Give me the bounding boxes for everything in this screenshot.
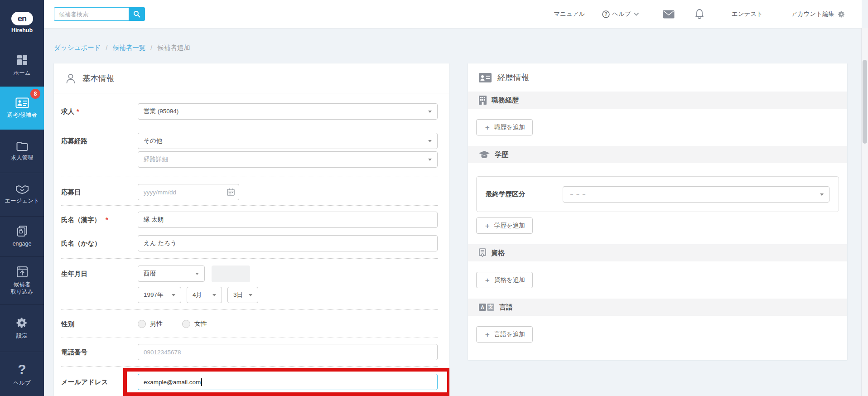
phone-label: 電話番号 bbox=[61, 348, 138, 357]
sidebar-item-candidates[interactable]: 8 選考/候補者 bbox=[0, 87, 44, 130]
divider bbox=[61, 177, 438, 177]
sidebar-item-label: engage bbox=[13, 240, 32, 247]
sidebar-item-home[interactable]: ホーム bbox=[0, 45, 44, 87]
phone-row: 電話番号 bbox=[61, 344, 438, 360]
add-qualification-button[interactable]: ＋ 資格を追加 bbox=[476, 272, 533, 288]
sidebar-item-label: 設定 bbox=[16, 332, 28, 339]
certificate-icon bbox=[479, 248, 486, 257]
name-kana-input[interactable] bbox=[138, 235, 438, 251]
divider bbox=[61, 309, 438, 310]
gender-label: 性別 bbox=[61, 320, 138, 328]
sidebar-item-jobs[interactable]: 求人管理 bbox=[0, 130, 44, 173]
add-language-button[interactable]: ＋ 言語を追加 bbox=[476, 326, 533, 343]
birth-month-select[interactable]: 4月 bbox=[187, 287, 222, 303]
basic-info-title: 基本情報 bbox=[82, 73, 114, 84]
sidebar-item-settings[interactable]: 設定 bbox=[0, 305, 44, 352]
documents-icon bbox=[17, 225, 28, 237]
add-education-button[interactable]: ＋ 学歴を追加 bbox=[476, 217, 533, 234]
building-icon bbox=[479, 96, 487, 105]
divider bbox=[61, 128, 438, 128]
help-circle-icon: ? bbox=[602, 10, 610, 18]
graduation-cap-icon bbox=[479, 151, 490, 159]
svg-text:?: ? bbox=[605, 12, 608, 17]
account-edit-label: アカウント編集 bbox=[791, 10, 834, 18]
envelope-icon bbox=[663, 10, 675, 19]
search-button[interactable] bbox=[129, 7, 145, 21]
required-mark: * bbox=[106, 216, 108, 223]
plus-icon: ＋ bbox=[484, 222, 491, 230]
gender-female-label[interactable]: 女性 bbox=[194, 320, 207, 328]
chevron-down-icon bbox=[633, 12, 639, 16]
translate-icon: A文 bbox=[479, 304, 494, 311]
add-work-history-button[interactable]: ＋ 職歴を追加 bbox=[476, 119, 533, 135]
sidebar-item-candidate-import[interactable]: 候補者取り込み bbox=[0, 257, 44, 305]
name-kanji-input[interactable] bbox=[138, 212, 438, 228]
name-kanji-row: 氏名（漢字）* bbox=[61, 212, 438, 228]
final-education-card: 最終学歴区分 －－－ bbox=[476, 176, 839, 212]
final-education-select[interactable]: －－－ bbox=[563, 186, 829, 203]
chevron-down-icon bbox=[428, 159, 432, 161]
id-card-icon bbox=[15, 97, 29, 108]
sidebar: en Hirehub ホーム 8 選考/候補者 求人管理 エージェント enga… bbox=[0, 0, 44, 396]
gear-icon bbox=[16, 317, 28, 329]
name-kana-label: 氏名（かな） bbox=[61, 239, 138, 248]
help-menu[interactable]: ? ヘルプ bbox=[602, 10, 639, 18]
calendar-icon[interactable] bbox=[227, 188, 235, 198]
account-edit-link[interactable]: アカウント編集 bbox=[791, 10, 845, 18]
sidebar-item-help[interactable]: ? ヘルプ bbox=[0, 352, 44, 396]
gender-row: 性別 男性 女性 bbox=[61, 317, 438, 331]
chevron-down-icon bbox=[249, 294, 252, 296]
qualification-section-header: 資格 bbox=[468, 244, 847, 261]
language-title: 言語 bbox=[499, 303, 513, 312]
question-icon: ? bbox=[18, 362, 26, 376]
chevron-down-icon bbox=[428, 111, 432, 113]
phone-input[interactable] bbox=[138, 344, 438, 360]
birth-year-select[interactable]: 1997年 bbox=[138, 287, 181, 303]
apply-date-label: 応募日 bbox=[61, 188, 138, 197]
divider bbox=[61, 205, 438, 206]
logo-name: Hirehub bbox=[11, 27, 33, 34]
education-title: 学歴 bbox=[495, 150, 508, 159]
birth-era-select[interactable]: 西暦 bbox=[138, 266, 205, 282]
birth-day-select[interactable]: 3日 bbox=[227, 287, 258, 303]
search-input[interactable] bbox=[54, 7, 129, 21]
gear-icon bbox=[838, 10, 845, 18]
mail-button[interactable] bbox=[663, 10, 675, 19]
notifications-button[interactable] bbox=[694, 9, 704, 19]
chevron-down-icon bbox=[172, 294, 175, 296]
manual-link[interactable]: マニュアル bbox=[554, 10, 585, 18]
bell-icon bbox=[694, 9, 704, 19]
career-info-card: 経歴情報 職務経歴 ＋ 職歴を追加 学歴 最終学歴区分 －－－ ＋ 学歴を追加 … bbox=[468, 63, 847, 360]
app-logo[interactable]: en Hirehub bbox=[0, 0, 44, 45]
vertical-scrollbar[interactable] bbox=[861, 28, 868, 396]
required-mark: * bbox=[77, 108, 79, 115]
divider bbox=[61, 258, 438, 259]
divider bbox=[61, 366, 438, 367]
gender-male-label[interactable]: 男性 bbox=[150, 320, 163, 328]
route-select[interactable]: その他 bbox=[138, 133, 438, 149]
education-section-header: 学歴 bbox=[468, 146, 847, 163]
birth-era-year-box bbox=[212, 266, 250, 282]
route-detail-select[interactable]: 経路詳細 bbox=[138, 151, 438, 168]
gender-female-radio[interactable] bbox=[182, 320, 190, 328]
gender-male-radio[interactable] bbox=[138, 320, 146, 328]
job-select[interactable]: 営業 (95094) bbox=[138, 103, 438, 120]
sidebar-item-engage[interactable]: engage bbox=[0, 217, 44, 257]
topbar: マニュアル ? ヘルプ エンテスト アカウント編集 bbox=[44, 0, 862, 29]
sidebar-item-agent[interactable]: エージェント bbox=[0, 173, 44, 217]
name-kanji-label: 氏名（漢字）* bbox=[61, 216, 138, 224]
career-info-title: 経歴情報 bbox=[497, 72, 529, 83]
breadcrumb-separator: / bbox=[106, 44, 108, 51]
job-label: 求人* bbox=[61, 107, 138, 116]
breadcrumb-candidate-list[interactable]: 候補者一覧 bbox=[113, 44, 146, 51]
email-input[interactable]: example@amail.com bbox=[138, 374, 438, 390]
final-education-label: 最終学歴区分 bbox=[486, 190, 563, 198]
apply-date-input[interactable] bbox=[138, 184, 239, 200]
name-kana-row: 氏名（かな） bbox=[61, 235, 438, 251]
folder-icon bbox=[16, 141, 28, 151]
account-name[interactable]: エンテスト bbox=[732, 10, 763, 18]
birthday-row: 生年月日 西暦 1997年 4月 3日 bbox=[61, 266, 438, 303]
breadcrumb-dashboard[interactable]: ダッシュボード bbox=[54, 44, 101, 51]
notification-badge: 8 bbox=[30, 89, 40, 99]
scrollbar-thumb[interactable] bbox=[863, 60, 867, 144]
